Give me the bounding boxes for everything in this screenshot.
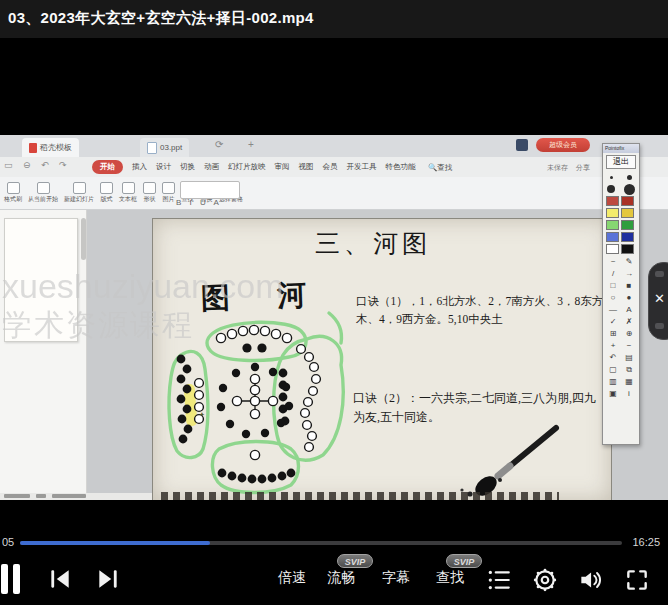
svip-upgrade-button[interactable]: 超级会员 — [536, 138, 590, 152]
pointofix-tool-icon[interactable]: ▤ — [621, 352, 637, 364]
toolbar-item[interactable]: 文本框 — [119, 182, 137, 204]
menu-tab[interactable]: 会员 — [323, 162, 338, 172]
thumbnail-scrollbar[interactable] — [81, 218, 86, 260]
pointofix-tool-icon[interactable]: ~ — [605, 256, 621, 268]
color-swatch[interactable] — [606, 208, 619, 218]
pointofix-tool-icon[interactable]: ▣ — [605, 388, 621, 400]
toolbar-item[interactable]: 形状 — [143, 182, 156, 204]
side-widget[interactable]: ✕ — [648, 262, 668, 340]
color-swatch[interactable] — [621, 220, 634, 230]
video-player-window: 03、2023年大玄空+玄空六法+择日-002.mp4 稻壳模板 03.ppt … — [0, 0, 668, 605]
quality-button[interactable]: 流畅 — [327, 569, 355, 587]
menu-tab[interactable]: 视图 — [299, 162, 314, 172]
menu-tab[interactable]: 设计 — [156, 162, 171, 172]
slide-paragraph-1: 口诀（1），1，6北方水、2，7南方火、3，8东方木、4，9西方金。5,10中央… — [356, 293, 610, 329]
pointofix-tool-icon[interactable]: ● — [621, 292, 637, 304]
pointofix-tool-icon[interactable]: ▦ — [621, 376, 637, 388]
bottom-group — [218, 450, 296, 483]
pointofix-tool-icon[interactable]: ✓ — [605, 316, 621, 328]
toolbar-icon — [37, 182, 50, 194]
pointofix-tool-icon[interactable]: / — [605, 268, 621, 280]
progress-bar[interactable] — [20, 541, 622, 545]
pointofix-tool-icon[interactable]: ▥ — [605, 376, 621, 388]
fullscreen-icon[interactable] — [624, 567, 650, 593]
pointofix-tool-icon[interactable]: → — [621, 268, 637, 280]
quick-access-icons[interactable]: ▭ ⊖ ↶ ↷ — [4, 160, 71, 170]
pointofix-tool-icon[interactable]: — — [605, 304, 621, 316]
toolbar-icon — [122, 182, 135, 194]
speed-button[interactable]: 倍速 — [278, 569, 306, 587]
pointofix-tool-icon[interactable]: + — [605, 340, 621, 352]
pointofix-tool-icon[interactable]: ■ — [621, 280, 637, 292]
subtitle-button[interactable]: 字幕 — [382, 569, 410, 587]
pointofix-tool-icon[interactable]: ⧉ — [621, 364, 637, 376]
menu-find[interactable]: 🔍查找 — [428, 163, 452, 173]
tab-template-store[interactable]: 稻壳模板 — [22, 138, 79, 157]
color-swatch[interactable] — [621, 232, 634, 242]
pointofix-tool-icon[interactable]: ✎ — [621, 256, 637, 268]
pointofix-tool-icon[interactable]: ⊞ — [605, 328, 621, 340]
previous-button[interactable] — [47, 566, 73, 592]
close-icon[interactable]: ✕ — [654, 291, 665, 306]
pointofix-tool-icon[interactable]: ▢ — [605, 364, 621, 376]
menu-tab[interactable]: 开发工具 — [347, 162, 377, 172]
toolbar-item[interactable]: 格式刷 — [4, 182, 22, 204]
message-icon[interactable] — [516, 139, 528, 151]
color-swatch[interactable] — [606, 196, 619, 206]
color-swatch[interactable] — [621, 208, 634, 218]
find-button[interactable]: 查找 — [436, 569, 464, 587]
menu-tab[interactable]: 特色功能 — [386, 162, 416, 172]
tab-history-icon[interactable]: ⟳ — [215, 139, 223, 150]
font-name-box[interactable] — [176, 181, 244, 199]
menu-tab[interactable]: 插入 — [132, 162, 147, 172]
color-swatch[interactable] — [621, 244, 634, 254]
color-swatch[interactable] — [621, 196, 634, 206]
pen-size-large-row[interactable] — [603, 183, 639, 195]
video-title: 03、2023年大玄空+玄空六法+择日-002.mp4 — [8, 9, 314, 28]
pointofix-tool-icon[interactable]: i — [621, 388, 637, 400]
wps-menu-bar: ▭ ⊖ ↶ ↷ 开始插入设计切换动画幻灯片放映审阅视图会员开发工具特色功能 🔍查… — [0, 157, 668, 178]
pointofix-palette[interactable]: Pointofix 退出 ~✎/→□■○●—A✓✗⊞⊕+−↶▤▢⧉▥▦▣i — [602, 143, 640, 445]
pen-size-small-row[interactable] — [603, 171, 639, 183]
laser-pointer-cursor: ✦ — [199, 411, 205, 418]
next-button[interactable] — [95, 566, 121, 592]
toolbar-icon — [100, 182, 113, 194]
toolbar-item[interactable]: 图片 — [162, 182, 175, 204]
color-swatch[interactable] — [606, 244, 619, 254]
pointofix-tool-icon[interactable]: ⊕ — [621, 328, 637, 340]
presentation-slide: 三、河图 口诀（1），1，6北方水、2，7南方火、3，8东方木、4，9西方金。5… — [152, 218, 612, 500]
pointofix-exit-button[interactable]: 退出 — [606, 155, 636, 169]
menu-tab[interactable]: 审阅 — [275, 162, 290, 172]
playlist-icon[interactable] — [486, 567, 512, 593]
pointofix-tool-icon[interactable]: ✗ — [621, 316, 637, 328]
settings-gear-icon[interactable] — [532, 567, 558, 593]
volume-icon[interactable] — [577, 567, 603, 593]
pointofix-tool-icon[interactable]: ○ — [605, 292, 621, 304]
pointofix-tool-icon[interactable]: − — [621, 340, 637, 352]
total-time: 16:25 — [632, 536, 660, 548]
menu-tab[interactable]: 动画 — [204, 162, 219, 172]
color-swatch[interactable] — [606, 220, 619, 230]
toolbar-item[interactable]: 从当前开始 — [28, 182, 58, 204]
slide-thumbnail-panel[interactable] — [0, 210, 87, 493]
progress-row: 05 16:25 — [0, 535, 668, 551]
slide-thumbnail[interactable] — [4, 218, 78, 342]
video-content[interactable]: 稻壳模板 03.ppt ⟳ + 超级会员 ▭ ⊖ ↶ ↷ 开始插入设计切换动画幻… — [0, 135, 668, 500]
font-style-buttons[interactable]: B I U A — [176, 198, 222, 207]
toolbar-item[interactable]: 版式 — [100, 182, 113, 204]
share-button[interactable]: 分享 — [576, 163, 590, 173]
pointofix-tool-icon[interactable]: □ — [605, 280, 621, 292]
toolbar-item[interactable]: 新建幻灯片 — [64, 182, 94, 204]
player-controls: 倍速 流畅 SVIP 字幕 查找 SVIP — [0, 552, 668, 605]
pointofix-tool-icon[interactable]: ↶ — [605, 352, 621, 364]
menu-tab[interactable]: 幻灯片放映 — [228, 162, 266, 172]
pointofix-titlebar[interactable]: Pointofix — [603, 144, 639, 153]
tab-document[interactable]: 03.ppt — [140, 138, 189, 157]
new-tab-button[interactable]: + — [248, 139, 254, 150]
pointofix-tool-icon[interactable]: A — [621, 304, 637, 316]
menu-tab[interactable]: 开始 — [92, 160, 123, 174]
color-swatch[interactable] — [606, 232, 619, 242]
toolbar-icon — [7, 182, 20, 194]
menu-tab[interactable]: 切换 — [180, 162, 195, 172]
pause-button[interactable] — [1, 564, 23, 594]
